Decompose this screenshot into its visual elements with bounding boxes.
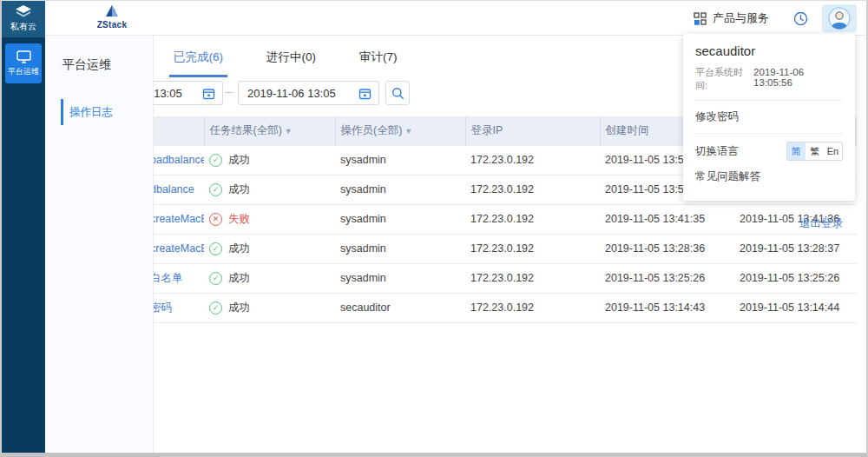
nav-item-label: 平台运维 [8, 66, 39, 77]
user-avatar-button[interactable] [822, 4, 857, 32]
task-name-link[interactable]: oadbalance [150, 154, 204, 166]
switch-language-label: 切换语言 [695, 144, 739, 159]
date-to-value: 2019-11-06 13:05 [239, 87, 336, 100]
username: secauditor [695, 34, 843, 58]
sidebar-item-label: 操作日志 [69, 105, 113, 120]
completed-cell: 2019-11-05 13:25:26 [734, 263, 857, 293]
change-password-item[interactable]: 修改密码 [695, 101, 843, 134]
col-operator[interactable]: 操作员(全部)▼ [335, 116, 465, 145]
top-header: ZStack 产品与服务 [45, 1, 866, 36]
switch-language-row: 切换语言 简 繁 En [695, 134, 843, 166]
tab-in-progress[interactable]: 进行中(0) [262, 50, 320, 77]
ip-cell: 172.23.0.192 [465, 263, 600, 293]
tab-audit[interactable]: 审计(7) [355, 50, 402, 77]
products-services-button[interactable]: 产品与服务 [694, 10, 769, 26]
system-time-label: 平台系统时间: [695, 66, 753, 92]
grid-icon [694, 12, 707, 25]
task-name-link[interactable]: createMacB... [150, 242, 204, 255]
secondary-sidebar: 平台运维 操作日志 [45, 36, 154, 453]
ip-cell: 172.23.0.192 [465, 234, 600, 263]
logout-button[interactable]: 退出登录 [799, 217, 843, 229]
system-time-value: 2019-11-06 13:05:56 [753, 67, 843, 88]
nav-private-cloud-label: 私有云 [10, 21, 36, 33]
clock-icon [793, 11, 808, 26]
sidebar-title: 平台运维 [62, 57, 153, 73]
operator-cell: sysadmin [335, 145, 465, 175]
header-actions: 产品与服务 [694, 1, 866, 36]
sidebar-item-operation-log[interactable]: 操作日志 [45, 99, 153, 125]
zstack-logo-icon [104, 4, 120, 17]
faq-item[interactable]: 常见问题解答 [695, 166, 843, 193]
date-to-input[interactable]: 2019-11-06 13:05 [238, 81, 379, 105]
monitor-icon [16, 50, 31, 63]
table-row: 白名单 成功 sysadmin 172.23.0.192 2019-11-05 … [145, 263, 857, 293]
status-icon [209, 183, 222, 196]
task-name-link[interactable]: createMacB... [150, 213, 204, 225]
date-range-separator [225, 92, 233, 93]
status-icon [209, 213, 222, 226]
tab-completed[interactable]: 已完成(6) [169, 50, 227, 77]
table-row: createMacB... 成功 sysadmin 172.23.0.192 2… [145, 234, 857, 263]
products-services-label: 产品与服务 [713, 10, 769, 26]
layers-icon [15, 5, 32, 19]
col-task-result[interactable]: 任务结果(全部)▼ [204, 116, 335, 145]
ip-cell: 172.23.0.192 [465, 293, 600, 322]
language-option-english[interactable]: En [824, 142, 842, 160]
system-time-row: 平台系统时间: 2019-11-06 13:05:56 [695, 66, 843, 101]
primary-nav: 私有云 平台运维 [2, 1, 45, 453]
ip-cell: 172.23.0.192 [465, 204, 600, 234]
language-toggle: 简 繁 En [786, 142, 843, 161]
operator-cell: sysadmin [335, 263, 465, 293]
language-option-traditional[interactable]: 繁 [806, 142, 824, 160]
completed-cell: 2019-11-05 13:14:44 [734, 293, 857, 322]
operator-cell: sysadmin [335, 234, 465, 263]
history-clock-button[interactable] [793, 11, 808, 26]
operator-cell: sysadmin [335, 175, 465, 204]
col-task-name [145, 116, 204, 145]
language-option-simplified[interactable]: 简 [787, 142, 806, 160]
operator-cell: secauditor [335, 293, 465, 322]
avatar-icon [828, 7, 851, 30]
zstack-logo: ZStack [85, 4, 139, 30]
created-cell: 2019-11-05 13:28:36 [600, 234, 734, 263]
search-button[interactable] [385, 81, 410, 105]
user-dropdown-menu: secauditor 平台系统时间: 2019-11-06 13:05:56 修… [683, 34, 855, 201]
status-icon [209, 242, 222, 255]
zstack-logo-text: ZStack [85, 20, 139, 30]
created-cell: 2019-11-05 13:25:26 [600, 263, 734, 293]
operator-cell: sysadmin [335, 204, 465, 234]
table-row: 密码 成功 secauditor 172.23.0.192 2019-11-05… [145, 293, 857, 322]
nav-item-platform-ops[interactable]: 平台运维 [5, 43, 42, 83]
sort-caret-icon: ▼ [285, 127, 293, 136]
status-icon [209, 272, 222, 285]
completed-cell: 2019-11-05 13:28:37 [734, 234, 857, 263]
status-icon [209, 301, 222, 315]
calendar-icon [202, 87, 215, 100]
app-window: 私有云 平台运维 ZStack [0, 0, 868, 457]
col-login-ip: 登录IP [465, 116, 600, 145]
ip-cell: 172.23.0.192 [465, 175, 600, 204]
sort-caret-icon: ▼ [404, 127, 412, 136]
task-name-link[interactable]: dbalance [150, 183, 194, 195]
nav-private-cloud[interactable]: 私有云 [2, 1, 45, 37]
created-cell: 2019-11-05 13:14:43 [600, 293, 734, 322]
active-indicator [61, 99, 63, 125]
search-icon [391, 87, 404, 100]
task-name-link[interactable]: 白名单 [150, 272, 183, 284]
ip-cell: 172.23.0.192 [465, 145, 600, 175]
calendar-icon [358, 87, 372, 100]
status-icon [209, 154, 222, 167]
logout-row: 退出登录 [695, 203, 843, 231]
